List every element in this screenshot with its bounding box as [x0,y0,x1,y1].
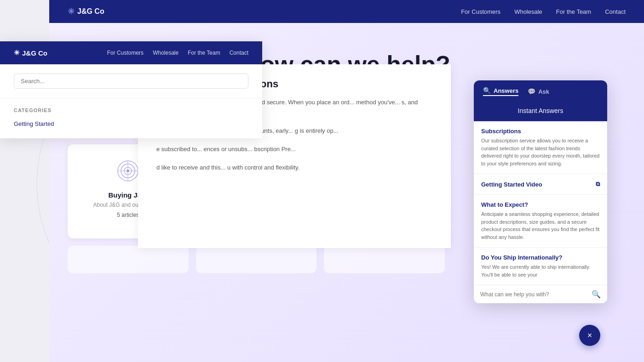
answers-icon: 🔍 [483,87,491,94]
shipping-international-title: Do You Ship Internationally? [481,254,600,261]
panel-search-input[interactable] [14,74,248,89]
chat-item-what-to-expect[interactable]: What to Expect? Anticipate a seamless sh… [474,195,607,248]
ask-tab-label: Ask [538,88,549,95]
close-button[interactable]: × [579,325,600,346]
chat-tab-answers[interactable]: 🔍 Answers [483,87,518,96]
chat-item-subscriptions[interactable]: Subscriptions Our subscription service a… [474,121,607,174]
panel-nav-links: For Customers Wholesale For the Team Con… [107,50,248,56]
category-placeholder-1 [68,246,189,273]
getting-started-video-label: Getting Started Video [481,181,542,188]
answers-tab-label: Answers [494,87,518,94]
panel-logo-text: J&G Co [22,49,47,57]
category-placeholder-3 [324,246,445,273]
what-to-expect-description: Anticipate a seamless shopping experienc… [481,210,600,241]
buying-icon [115,158,141,184]
shipping-international-description: Yes! We are currently able to ship inter… [481,263,600,278]
panel-categories: CATEGORIES Getting Started [0,98,262,138]
instant-answers-heading: Instant Answers [474,102,607,121]
nav-wholesale[interactable]: Wholesale [514,8,542,15]
chat-tab-ask[interactable]: 💬 Ask [528,88,549,95]
panel-nav-team[interactable]: For the Team [188,50,220,56]
nav-for-customers[interactable]: For Customers [461,8,500,15]
chat-search-input[interactable] [480,291,592,298]
nav-contact[interactable]: Contact [605,8,626,15]
article-panel: ✳ J&G Co For Customers Wholesale For the… [0,41,262,138]
categories-label: CATEGORIES [14,107,248,113]
subscriptions-title: Subscriptions [481,128,600,135]
category-placeholder-2 [196,246,317,273]
article-body-4: d like to receive and this... u with con… [156,163,432,173]
panel-nav-wholesale[interactable]: Wholesale [153,50,178,56]
what-to-expect-title: What to Expect? [481,201,600,208]
panel-logo-asterisk: ✳ [14,49,20,57]
chat-search-icon[interactable]: 🔍 [592,290,601,299]
logo-asterisk: ✳ [68,6,75,17]
panel-nav-customers[interactable]: For Customers [107,50,144,56]
panel-logo: ✳ J&G Co [14,49,47,57]
article-body-3: e subscribed to... ences or unsubs... bs… [156,144,432,154]
panel-navbar: ✳ J&G Co For Customers Wholesale For the… [0,41,262,64]
navbar-links: For Customers Wholesale For the Team Con… [461,8,626,15]
navbar-logo: ✳ J&G Co [68,6,104,17]
panel-search-section [0,64,262,98]
chat-item-getting-started-video[interactable]: Getting Started Video ⧉ [474,174,607,195]
chat-items-list: Subscriptions Our subscription service a… [474,121,607,285]
nav-for-the-team[interactable]: For the Team [556,8,591,15]
ask-icon: 💬 [528,88,535,95]
logo-text: J&G Co [77,7,104,16]
subscriptions-description: Our subscription service allows you to r… [481,137,600,167]
main-navbar: ✳ J&G Co For Customers Wholesale For the… [49,0,644,23]
external-link-icon: ⧉ [596,181,600,188]
close-icon: × [587,331,592,340]
category-getting-started[interactable]: Getting Started [14,119,248,129]
chat-input-area: 🔍 [474,285,607,303]
chat-item-shipping-international[interactable]: Do You Ship Internationally? Yes! We are… [474,248,607,285]
chat-widget: 🔍 Answers 💬 Ask Instant Answers Subscrip… [474,80,607,303]
panel-nav-contact[interactable]: Contact [230,50,248,56]
chat-header: 🔍 Answers 💬 Ask [474,80,607,102]
